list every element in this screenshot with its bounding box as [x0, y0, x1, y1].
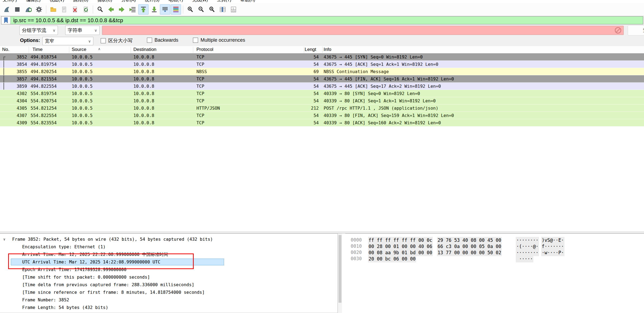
cell-dst: 10.0.0.8: [133, 119, 154, 126]
cell-len: 212: [298, 105, 319, 112]
detail-line[interactable]: Epoch Arrival Time: 1741789328.999000000: [0, 266, 337, 273]
packet-row[interactable]: 3854494.81975410.0.0.510.0.0.8TCP5443675…: [0, 61, 644, 68]
packet-bytes-pane[interactable]: 0000ff ff ff ff ff ff 00 0c29 76 53 40 0…: [345, 233, 644, 313]
toolbar-resize-columns-button[interactable]: [218, 4, 228, 15]
column-header-info[interactable]: Info: [324, 47, 331, 52]
menu-item[interactable]: 帮助(H): [241, 0, 255, 3]
hex-row[interactable]: 0000ff ff ff ff ff ff 00 0c29 76 53 40 0…: [345, 237, 644, 243]
detail-line[interactable]: [Time delta from previous captured frame…: [0, 281, 337, 289]
packet-row[interactable]: 4302554.81975410.0.0.510.0.0.8TCP5440339…: [0, 90, 644, 97]
detail-line[interactable]: ∨Frame 3852: Packet, 54 bytes on wire (4…: [0, 236, 337, 243]
menu-item[interactable]: 编辑(E): [26, 0, 40, 3]
detail-line[interactable]: Frame Number: 3852: [0, 296, 337, 304]
toolbar-capture-options-button[interactable]: [34, 4, 44, 15]
toolbar-go-forward-button[interactable]: [117, 4, 127, 15]
checkbox-box: [193, 38, 198, 43]
details-scrollbar[interactable]: [338, 233, 342, 313]
display-filter-text[interactable]: ip.src == 10.0.0.5 && ip.dst == 10.0.0.8…: [11, 17, 123, 24]
display-filter-input[interactable]: ip.src == 10.0.0.5 && ip.dst == 10.0.0.8…: [1, 16, 643, 24]
hex-row[interactable]: 002000 08 aa 9b 01 bd 00 0013 77 00 00 0…: [345, 249, 644, 256]
packet-row[interactable]: 4309554.82355410.0.0.510.0.0.8TCP5440339…: [0, 119, 644, 126]
column-header-source[interactable]: Source: [72, 47, 86, 52]
menu-item[interactable]: 工具(T): [217, 0, 231, 3]
backwards-checkbox[interactable]: Backwards: [147, 37, 178, 43]
search-scope-select[interactable]: 分组字节流 ∨: [19, 26, 58, 35]
detail-line[interactable]: Encapsulation type: Ethernet (1): [0, 243, 337, 251]
packet-row[interactable]: 3857494.82155410.0.0.510.0.0.8TCP5443675…: [0, 75, 644, 83]
detail-line[interactable]: Arrival Time: Mar 12, 2025 22:22:08.9990…: [0, 251, 337, 258]
packet-details-pane[interactable]: ∨Frame 3852: Packet, 54 bytes on wire (4…: [0, 233, 338, 313]
find-button[interactable]: 查找: [628, 25, 644, 35]
packet-row[interactable]: 4305554.82125410.0.0.510.0.0.8HTTP/JSON2…: [0, 105, 644, 112]
hex-bytes: 29 76 53 40 08 00 45 00: [437, 237, 502, 244]
packet-row[interactable]: 4304554.82075410.0.0.510.0.0.8TCP5440339…: [0, 97, 644, 105]
details-scrollbar-thumb[interactable]: [339, 235, 341, 303]
menu-item[interactable]: 无线(W): [192, 0, 208, 3]
hex-bytes: 13 77 00 00 00 00 50 02: [437, 249, 502, 256]
toolbar-close-file-button[interactable]: [70, 4, 80, 15]
toolbar-stop-capture-button[interactable]: [12, 4, 22, 15]
column-header-time[interactable]: Time: [32, 47, 42, 52]
multiple-occurrences-checkbox[interactable]: Multiple occurrences: [193, 37, 245, 43]
go-to-top-icon: [140, 6, 147, 13]
cell-proto: TCP: [196, 119, 204, 126]
toolbar-zoom-in-button[interactable]: [185, 4, 195, 15]
menu-item[interactable]: 分析(A): [121, 0, 136, 3]
column-header-length[interactable]: Lengt: [305, 47, 316, 52]
detail-text: Frame Number: 3852: [22, 296, 69, 304]
hex-row[interactable]: 003020 00 bc 06 00 00 ·····: [345, 256, 644, 262]
toolbar-layout-123-button[interactable]: 123: [228, 4, 239, 15]
toolbar-colorize-button[interactable]: [171, 4, 181, 15]
cell-info: 43675 → 445 [FIN, ACK] Seq=16 Ack=1 Win=…: [324, 75, 454, 83]
toolbar-open-file-button[interactable]: [48, 4, 58, 15]
menu-bar: 文件(F)编辑(E)视图(V)跳转(G)捕获(C)分析(A)统计(S)电话(Y)…: [0, 0, 644, 3]
packet-row[interactable]: 3852494.81875410.0.0.510.0.0.8TCP5443675…: [0, 53, 644, 61]
toolbar-start-capture-button[interactable]: [1, 4, 12, 15]
detail-line[interactable]: [Time since reference or first frame: 8 …: [0, 289, 337, 296]
filter-bookmark-button[interactable]: [1, 17, 11, 24]
menu-item[interactable]: 视图(V): [50, 0, 64, 3]
case-sensitive-checkbox[interactable]: 区分大小写: [101, 37, 133, 44]
cell-proto: TCP: [196, 90, 204, 97]
svg-text:1: 1: [233, 7, 234, 9]
column-header-no[interactable]: No.: [2, 47, 9, 52]
cell-len: 69: [298, 68, 319, 75]
menu-item[interactable]: 跳转(G): [73, 0, 88, 3]
toolbar-zoom-reset-button[interactable]: [207, 4, 217, 15]
ascii-bytes: ········: [516, 249, 539, 256]
detail-line[interactable]: [Time shift for this packet: 0.000000000…: [0, 273, 337, 281]
column-header-protocol[interactable]: Protocol: [196, 47, 213, 52]
packet-row[interactable]: 3855494.82025410.0.0.510.0.0.8NBSS69NBSS…: [0, 68, 644, 75]
cell-time: 494.821554: [31, 75, 57, 83]
toolbar-save-file-button[interactable]: [59, 4, 69, 15]
menu-item[interactable]: 电话(Y): [169, 0, 183, 3]
toolbar-go-to-packet-button[interactable]: [127, 4, 138, 15]
toolbar-go-to-bottom-button[interactable]: [149, 4, 159, 15]
detail-line[interactable]: Capture Length: 54 bytes (432 bits): [0, 311, 337, 313]
search-query-input[interactable]: [102, 26, 624, 35]
toolbar-restart-capture-button[interactable]: [23, 4, 33, 15]
packet-row[interactable]: 4307554.82255410.0.0.510.0.0.8TCP5440339…: [0, 112, 644, 119]
toolbar-reload-file-button[interactable]: [81, 4, 91, 15]
menu-item[interactable]: 捕获(C): [97, 0, 112, 3]
toolbar-zoom-out-button[interactable]: [196, 4, 206, 15]
toolbar-find-packet-button[interactable]: [95, 4, 105, 15]
cell-time: 494.820254: [31, 68, 57, 75]
detail-text: Frame 3852: Packet, 54 bytes on wire (43…: [12, 236, 213, 243]
hex-row[interactable]: 001000 28 00 01 00 00 40 0666 c3 0a 00 0…: [345, 243, 644, 249]
toolbar-go-to-top-button[interactable]: [138, 4, 149, 15]
cell-dst: 10.0.0.8: [133, 90, 154, 97]
column-header-destination[interactable]: Destination: [133, 47, 156, 52]
cell-src: 10.0.0.5: [72, 97, 93, 105]
pane-splitter[interactable]: [0, 232, 644, 233]
expander-icon[interactable]: ∨: [3, 236, 5, 243]
menu-item[interactable]: 统计(S): [145, 0, 159, 3]
toolbar-go-back-button[interactable]: [106, 4, 116, 15]
packet-row[interactable]: 3859494.82255410.0.0.510.0.0.8TCP5443675…: [0, 83, 644, 90]
detail-line[interactable]: UTC Arrival Time: Mar 12, 2025 14:22:08.…: [0, 258, 337, 266]
charset-select[interactable]: 宽窄 ∨: [42, 37, 93, 45]
menu-item[interactable]: 文件(F): [3, 0, 17, 3]
search-type-select[interactable]: 字符串 ∨: [65, 26, 100, 35]
detail-line[interactable]: Frame Length: 54 bytes (432 bits): [0, 304, 337, 311]
toolbar-auto-scroll-button[interactable]: [160, 4, 170, 15]
